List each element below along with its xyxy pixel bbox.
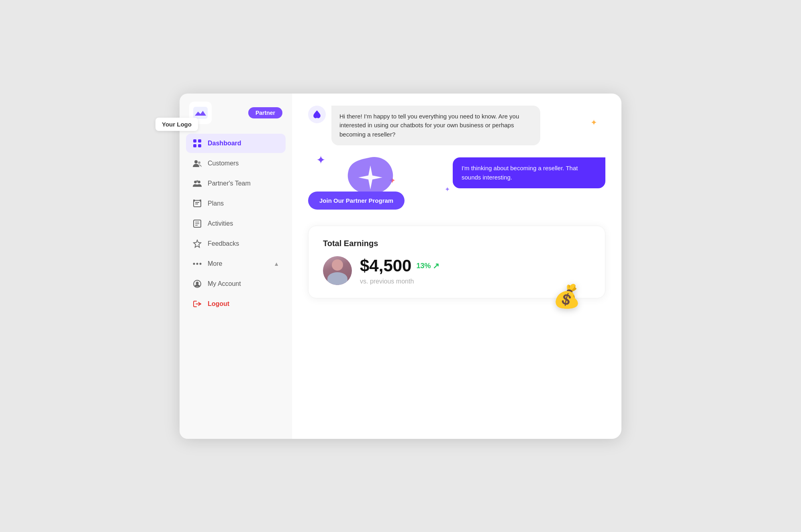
logout-icon	[192, 299, 202, 309]
activities-icon	[192, 219, 202, 228]
sidebar-header: Partner	[186, 102, 286, 124]
join-partner-button[interactable]: Join Our Partner Program	[308, 192, 405, 210]
sidebar-item-feedbacks[interactable]: Feedbacks	[186, 234, 286, 253]
sparkle-decoration-tr: ✦	[591, 118, 597, 127]
customers-label: Customers	[208, 160, 239, 167]
app-frame: Your Logo Partner D	[180, 94, 621, 439]
earnings-row: $4,500 13% ↗ vs. previous month	[323, 256, 591, 285]
more-label: More	[208, 260, 222, 267]
sidebar-item-plans[interactable]: Plans	[186, 194, 286, 213]
main-content: ✦ Hi there! I'm happy to tell you everyt…	[292, 94, 621, 439]
earnings-comparison: vs. previous month	[360, 278, 439, 285]
sidebar-item-logout[interactable]: Logout	[186, 294, 286, 314]
svg-rect-13	[193, 200, 195, 202]
dashboard-icon	[192, 139, 202, 148]
user-message-text: I'm thinking about becoming a reseller. …	[462, 165, 578, 181]
earnings-numbers: $4,500 13% ↗ vs. previous month	[360, 256, 439, 285]
money-bag-icon: 💰	[553, 280, 581, 310]
sidebar-item-my-account[interactable]: My Account	[186, 274, 286, 294]
svg-rect-0	[193, 107, 208, 119]
svg-rect-3	[193, 144, 196, 147]
sidebar-item-customers[interactable]: Customers	[186, 154, 286, 173]
more-icon	[192, 259, 202, 269]
chevron-up-icon: ▲	[274, 261, 279, 267]
svg-point-6	[198, 161, 200, 164]
bot-avatar	[308, 106, 326, 123]
plans-icon	[192, 199, 202, 208]
svg-rect-14	[200, 200, 201, 202]
decorative-area: ✦ ✦ ✦ I'm thinking about becoming a	[308, 153, 605, 202]
earnings-title: Total Earnings	[323, 239, 591, 248]
sidebar: Partner Dashboard	[180, 94, 292, 439]
plans-label: Plans	[208, 200, 224, 207]
sparkle-small-icon: ✦	[445, 185, 450, 193]
bot-message-text: Hi there! I'm happy to tell you everythi…	[339, 113, 519, 138]
logo-label: Your Logo	[155, 118, 198, 131]
svg-point-9	[196, 180, 198, 182]
partner-badge: Partner	[248, 107, 282, 118]
svg-point-5	[194, 160, 198, 163]
sidebar-item-activities[interactable]: Activities	[186, 214, 286, 233]
sidebar-item-dashboard[interactable]: Dashboard	[186, 134, 286, 153]
feedbacks-icon	[192, 239, 202, 249]
partners-team-label: Partner's Team	[208, 180, 251, 187]
my-account-label: My Account	[208, 280, 241, 287]
team-icon	[192, 179, 202, 188]
earnings-percentage: 13% ↗	[416, 261, 439, 271]
earnings-value: $4,500	[360, 256, 411, 275]
feedbacks-label: Feedbacks	[208, 240, 239, 247]
svg-rect-4	[198, 144, 201, 147]
chat-section: Hi there! I'm happy to tell you everythi…	[308, 106, 605, 202]
bot-message-row: Hi there! I'm happy to tell you everythi…	[308, 106, 605, 146]
sparkle-purple-icon: ✦	[316, 153, 325, 167]
svg-rect-1	[193, 139, 196, 143]
earnings-avatar	[323, 256, 352, 285]
bot-message-bubble: Hi there! I'm happy to tell you everythi…	[331, 106, 540, 146]
svg-point-23	[196, 281, 199, 284]
more-left: More	[192, 259, 222, 269]
customers-icon	[192, 159, 202, 168]
earnings-card: Total Earnings $4,500	[308, 226, 605, 298]
user-message-bubble: I'm thinking about becoming a reseller. …	[453, 157, 605, 188]
dashboard-label: Dashboard	[208, 140, 241, 147]
sidebar-item-more[interactable]: More ▲	[186, 254, 286, 273]
svg-point-20	[196, 263, 198, 265]
sidebar-item-partners-team[interactable]: Partner's Team	[186, 174, 286, 193]
svg-point-19	[193, 263, 195, 265]
activities-label: Activities	[208, 220, 233, 227]
account-icon	[192, 279, 202, 289]
svg-rect-2	[198, 139, 201, 143]
logout-label: Logout	[208, 300, 229, 308]
arrow-up-icon: ↗	[433, 261, 439, 271]
earnings-amount-row: $4,500 13% ↗	[360, 256, 439, 275]
svg-point-21	[200, 263, 202, 265]
